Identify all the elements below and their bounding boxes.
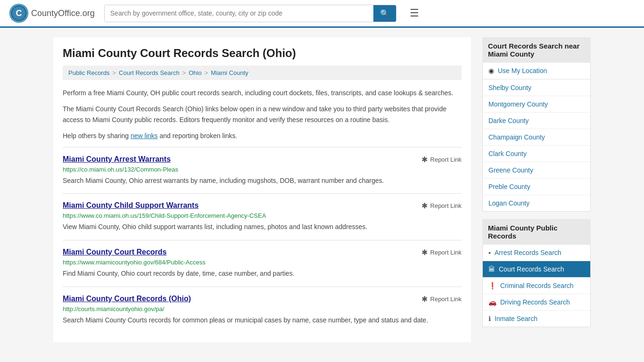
inmate-icon: ℹ — [488, 315, 491, 322]
breadcrumb-miami-county[interactable]: Miami County — [211, 69, 248, 76]
pub-rec-inmate-label: Inmate Search — [495, 315, 537, 322]
sidebar: Court Records Search near Miami County ◉… — [482, 37, 591, 342]
report-link[interactable]: ✱ Report Link — [421, 248, 462, 257]
nearby-county-clark[interactable]: Clark County — [483, 146, 590, 162]
nearby-county-darke[interactable]: Darke County — [483, 113, 590, 129]
report-icon: ✱ — [421, 155, 428, 164]
new-links[interactable]: new links — [131, 132, 158, 140]
result-url[interactable]: https://co.miami.oh.us/132/Common-Pleas — [63, 166, 462, 173]
nearby-county-montgomery[interactable]: Montgomery County — [483, 96, 590, 113]
court-icon: 🏛 — [488, 265, 495, 273]
search-bar: 🔍 — [104, 5, 396, 22]
bc-sep-1: > — [112, 69, 116, 76]
logo-icon: C — [9, 4, 28, 23]
result-desc: Find Miami County, Ohio court records by… — [63, 269, 462, 279]
pub-rec-inmate[interactable]: ℹ Inmate Search — [483, 311, 590, 327]
breadcrumb: Public Records > Court Records Search > … — [63, 66, 462, 80]
pub-rec-arrest-label: Arrest Records Search — [495, 249, 561, 256]
nearby-county-preble[interactable]: Preble County — [483, 179, 590, 195]
pub-rec-driving[interactable]: 🚗 Driving Records Search — [483, 294, 590, 311]
nearby-county-champaign[interactable]: Champaign County — [483, 129, 590, 146]
result-entry: Miami County Child Support Warrants ✱ Re… — [63, 193, 462, 240]
report-link-label: Report Link — [430, 296, 462, 303]
breadcrumb-ohio[interactable]: Ohio — [189, 69, 201, 76]
logo-text: CountyOffice.org — [31, 8, 95, 18]
breadcrumb-public-records[interactable]: Public Records — [68, 69, 109, 76]
nearby-county-greene[interactable]: Greene County — [483, 162, 590, 179]
desc-paragraph-3: Help others by sharing new links and rep… — [63, 131, 462, 141]
page-title: Miami County Court Records Search (Ohio) — [63, 47, 462, 60]
report-link-label: Report Link — [430, 202, 462, 209]
nearby-section-title: Court Records Search near Miami County — [482, 37, 591, 63]
report-link[interactable]: ✱ Report Link — [421, 201, 462, 210]
pub-rec-criminal[interactable]: ❗ Criminal Records Search — [483, 278, 590, 294]
result-desc: Search Miami County, Ohio arrest warrant… — [63, 176, 462, 186]
result-title[interactable]: Miami County Arrest Warrants — [63, 155, 171, 164]
nearby-counties-list: ◉ Use My Location Shelby County Montgome… — [482, 63, 591, 212]
hamburger-menu-icon[interactable]: ☰ — [410, 7, 419, 19]
breadcrumb-court-records-search[interactable]: Court Records Search — [119, 69, 180, 76]
result-entry: Miami County Arrest Warrants ✱ Report Li… — [63, 147, 462, 194]
nearby-county-logan[interactable]: Logan County — [483, 195, 590, 211]
driving-icon: 🚗 — [488, 298, 496, 306]
criminal-icon: ❗ — [488, 282, 496, 289]
report-link[interactable]: ✱ Report Link — [421, 295, 462, 304]
result-entry: Miami County Court Records ✱ Report Link… — [63, 240, 462, 287]
result-url[interactable]: https://www.co.miami.oh.us/159/Child-Sup… — [63, 212, 462, 219]
result-url[interactable]: http://courts.miamicountyohio.gov/pa/ — [63, 305, 462, 313]
logo[interactable]: C CountyOffice.org — [9, 4, 95, 23]
report-link[interactable]: ✱ Report Link — [421, 155, 462, 164]
search-input[interactable] — [105, 6, 373, 21]
result-title[interactable]: Miami County Court Records (Ohio) — [63, 295, 191, 303]
result-title[interactable]: Miami County Child Support Warrants — [63, 201, 198, 210]
bc-sep-2: > — [182, 69, 186, 76]
pub-rec-links-list: ▪ Arrest Records Search 🏛 Court Records … — [482, 245, 591, 327]
svg-text:C: C — [16, 8, 22, 18]
bc-sep-3: > — [205, 69, 208, 76]
nearby-county-shelby[interactable]: Shelby County — [483, 80, 590, 96]
search-button[interactable]: 🔍 — [373, 5, 396, 22]
result-url[interactable]: https://www.miamicountyohio.gov/684/Publ… — [63, 259, 462, 266]
pub-rec-section-title: Miami County Public Records — [482, 219, 591, 245]
pub-rec-driving-label: Driving Records Search — [500, 298, 570, 306]
use-my-location-item[interactable]: ◉ Use My Location — [483, 63, 590, 80]
pub-rec-criminal-label: Criminal Records Search — [500, 282, 574, 289]
result-title[interactable]: Miami County Court Records — [63, 248, 166, 256]
results-list: Miami County Arrest Warrants ✱ Report Li… — [63, 147, 462, 333]
desc-paragraph-1: Perform a free Miami County, OH public c… — [63, 88, 462, 98]
location-pin-icon: ◉ — [488, 67, 494, 74]
report-link-label: Report Link — [430, 156, 462, 163]
desc3-pre: Help others by sharing — [63, 132, 131, 140]
result-desc: View Miami County, Ohio child support wa… — [63, 222, 462, 232]
report-link-label: Report Link — [430, 249, 462, 256]
desc3-post: and reporting broken links. — [158, 132, 238, 140]
use-my-location-label: Use My Location — [498, 67, 547, 74]
pub-rec-arrest[interactable]: ▪ Arrest Records Search — [483, 245, 590, 261]
arrest-icon: ▪ — [488, 249, 491, 256]
pub-rec-court[interactable]: 🏛 Court Records Search — [483, 261, 590, 278]
result-entry: Miami County Court Records (Ohio) ✱ Repo… — [63, 287, 462, 333]
report-icon: ✱ — [421, 201, 428, 210]
desc-paragraph-2: The Miami County Court Records Search (O… — [63, 104, 462, 125]
pub-rec-court-label: Court Records Search — [499, 265, 564, 273]
report-icon: ✱ — [421, 248, 428, 257]
report-icon: ✱ — [421, 295, 428, 304]
result-desc: Search Miami County Courts records for c… — [63, 315, 462, 326]
